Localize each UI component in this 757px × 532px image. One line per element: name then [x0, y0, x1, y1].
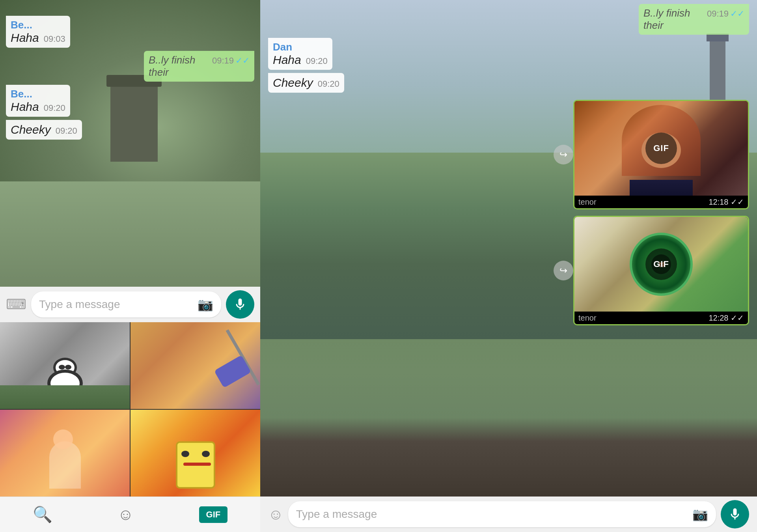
message-text: Haha	[11, 31, 39, 45]
emoji-icon-right[interactable]: ☺	[268, 506, 283, 523]
message-bubble: Cheeky 09:20	[6, 120, 82, 140]
message-time: 09:03	[44, 34, 65, 44]
sender-name: Dan	[273, 41, 328, 53]
message-input-left[interactable]: Type a message 📷	[31, 291, 221, 317]
input-placeholder-right: Type a message	[296, 508, 377, 521]
sponge-mouth	[183, 463, 211, 466]
message-bubble-dan: Dan Haha 09:20	[268, 38, 332, 70]
message-time: 09:20	[44, 103, 65, 113]
message-text: Haha	[11, 100, 39, 114]
message-text: Cheeky	[273, 76, 313, 90]
keyboard-icon[interactable]: ⌨	[6, 296, 26, 313]
camera-icon[interactable]: 📷	[198, 297, 213, 312]
message-time: 09:20	[56, 126, 77, 136]
emoji-icon: ☺	[117, 506, 134, 523]
message-time: 09:19	[212, 56, 234, 66]
mic-button-left[interactable]	[226, 290, 254, 319]
bottom-nav: 🔍 ☺ GIF	[0, 497, 260, 532]
message-bubble: Be... Haha 09:20	[6, 85, 70, 117]
left-messages-area: Be... Haha 09:03 B..ly finish their 09:1…	[0, 0, 260, 287]
input-placeholder: Type a message	[39, 298, 120, 311]
mic-icon-right	[728, 507, 742, 521]
right-chat-panel: B..ly finish their 09:19 ✓✓ Dan Haha 09:…	[260, 0, 757, 532]
message-time: 09:20	[318, 79, 339, 89]
panda-eye-left	[59, 365, 65, 370]
gif-time-1: 12:18 ✓✓	[709, 197, 744, 207]
message-bubble-sent: B..ly finish their 09:19 ✓✓	[144, 51, 254, 82]
mic-button-right[interactable]	[721, 500, 749, 528]
message-bubble: Be... Haha 09:03	[6, 16, 70, 48]
body-shape	[630, 180, 693, 196]
gif-grid	[0, 322, 260, 497]
message-bubble-cheeky: Cheeky 09:20	[268, 73, 344, 93]
gif-play-button-2[interactable]: GIF	[645, 248, 677, 280]
input-area-right: ☺ Type a message 📷	[260, 497, 757, 532]
gif-nav-button[interactable]: GIF	[199, 506, 228, 523]
grass	[0, 385, 130, 409]
message-text: Cheeky	[11, 123, 51, 136]
message-text: Haha	[273, 53, 301, 67]
mic-icon	[233, 297, 247, 312]
emoji-nav-item[interactable]: ☺	[117, 506, 134, 523]
gif-message-2-wrapper: ↪ 🐹 GIF tenor 12:28 ✓✓	[573, 216, 749, 325]
message-time: 09:20	[306, 56, 328, 66]
message-text: B..ly finish their	[149, 54, 207, 78]
sponge-eye-l	[181, 451, 189, 457]
gif-cell-mop[interactable]	[131, 322, 260, 409]
left-chat-panel: Be... Haha 09:03 B..ly finish their 09:1…	[0, 0, 260, 532]
message-bubble-sent-partial: B..ly finish their 09:19 ✓✓	[639, 4, 749, 35]
search-icon: 🔍	[33, 505, 52, 524]
gif-cell-cheering[interactable]	[0, 410, 130, 497]
gif-time-2: 12:28 ✓✓	[709, 313, 744, 323]
gif-play-button-1[interactable]: GIF	[645, 133, 677, 164]
message-text: B..ly finish their	[643, 7, 702, 32]
gif-cell-panda[interactable]	[0, 322, 130, 409]
top-sent-partial: B..ly finish their 09:19 ✓✓	[639, 4, 749, 35]
gif-message-2[interactable]: 🐹 GIF tenor 12:28 ✓✓	[573, 216, 749, 325]
gif-cell-spongebob[interactable]	[131, 410, 260, 497]
right-messages-area: B..ly finish their 09:19 ✓✓ Dan Haha 09:…	[260, 0, 757, 497]
message-ticks: ✓✓	[730, 9, 744, 19]
gif-source-2: tenor	[578, 314, 597, 323]
sender-name: Be...	[11, 88, 65, 100]
gif-frame-beyonce: GIF	[574, 101, 748, 196]
gif-label: GIF	[206, 510, 221, 520]
panda-eye-right	[65, 365, 71, 370]
share-icon-1[interactable]: ↪	[554, 145, 573, 164]
sender-name: Be...	[11, 19, 65, 31]
share-icon-2[interactable]: ↪	[554, 261, 573, 280]
input-area-left: ⌨ Type a message 📷	[0, 287, 260, 322]
sponge-eye-r	[202, 451, 210, 457]
gif-footer-1: tenor 12:18 ✓✓	[574, 196, 748, 208]
gif-message-1-wrapper: ↪ GIF tenor 12:18 ✓✓	[573, 100, 749, 209]
gif-footer-2: tenor 12:28 ✓✓	[574, 312, 748, 324]
message-time: 09:19	[707, 9, 729, 19]
sponge-body	[176, 441, 215, 489]
gif-source-1: tenor	[578, 198, 597, 207]
search-nav-item[interactable]: 🔍	[33, 505, 52, 524]
camera-icon-right[interactable]: 📷	[692, 507, 708, 522]
person-head	[53, 429, 73, 449]
gif-message-1[interactable]: GIF tenor 12:18 ✓✓	[573, 100, 749, 209]
message-ticks: ✓✓	[235, 56, 250, 66]
message-input-right[interactable]: Type a message 📷	[288, 501, 716, 527]
gif-frame-hamster: 🐹 GIF	[574, 217, 748, 312]
